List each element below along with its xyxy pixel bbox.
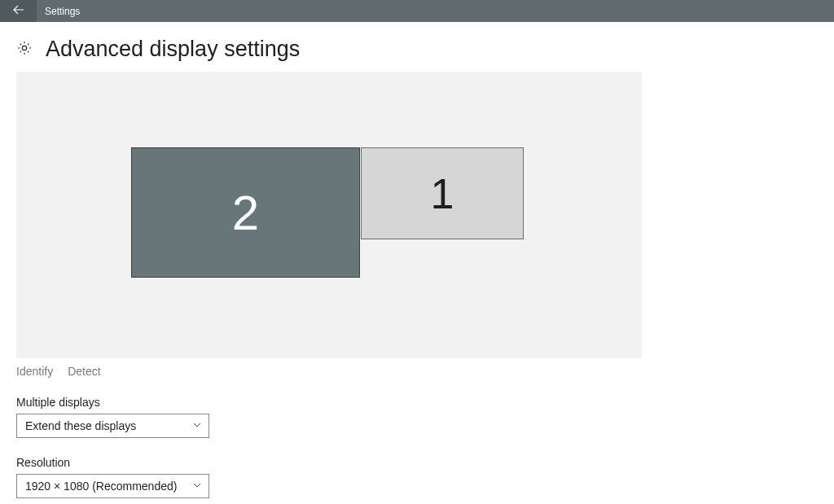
svg-point-0 bbox=[22, 46, 26, 50]
display-action-links: Identify Detect bbox=[16, 365, 818, 378]
monitor-2[interactable]: 2 bbox=[131, 147, 360, 278]
app-title: Settings bbox=[45, 6, 80, 17]
gear-icon bbox=[16, 40, 33, 59]
display-arrangement-canvas[interactable]: 2 1 bbox=[16, 72, 642, 358]
multiple-displays-dropdown[interactable]: Extend these displays bbox=[16, 414, 209, 438]
back-button[interactable] bbox=[0, 0, 37, 22]
detect-link[interactable]: Detect bbox=[68, 365, 100, 378]
page-title: Advanced display settings bbox=[46, 37, 300, 62]
resolution-group: Resolution 1920 × 1080 (Recommended) bbox=[16, 456, 818, 498]
resolution-dropdown[interactable]: 1920 × 1080 (Recommended) bbox=[16, 474, 209, 498]
page-header: Advanced display settings bbox=[16, 37, 818, 62]
resolution-value: 1920 × 1080 (Recommended) bbox=[25, 480, 177, 493]
content-area: Advanced display settings 2 1 Identify D… bbox=[0, 22, 834, 504]
multiple-displays-label: Multiple displays bbox=[16, 396, 818, 409]
identify-link[interactable]: Identify bbox=[16, 365, 53, 378]
chevron-down-icon bbox=[192, 419, 202, 432]
resolution-label: Resolution bbox=[16, 456, 818, 469]
multiple-displays-group: Multiple displays Extend these displays bbox=[16, 396, 818, 438]
titlebar: Settings bbox=[0, 0, 834, 22]
back-arrow-icon bbox=[12, 3, 25, 20]
chevron-down-icon bbox=[192, 480, 202, 493]
multiple-displays-value: Extend these displays bbox=[25, 419, 136, 432]
monitor-1[interactable]: 1 bbox=[361, 147, 524, 239]
monitor-1-label: 1 bbox=[431, 169, 454, 218]
monitor-2-label: 2 bbox=[232, 185, 259, 241]
